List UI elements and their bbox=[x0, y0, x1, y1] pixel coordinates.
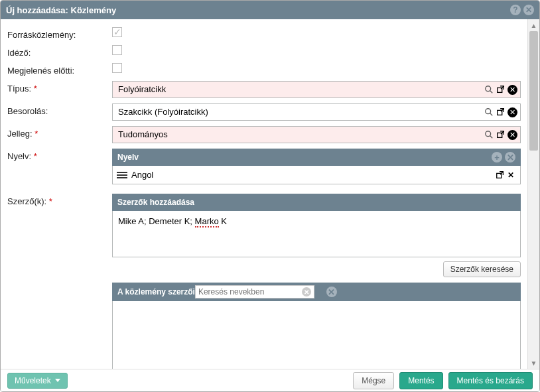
authors-search-box[interactable]: ✕ bbox=[195, 285, 314, 298]
authors-add-header: Szerzők hozzáadása bbox=[112, 194, 521, 211]
authors-text-2: Marko bbox=[195, 216, 219, 228]
dialog-window: Új hozzáadása: Közlemény ? ✕ Forrásközle… bbox=[0, 0, 540, 392]
svg-line-1 bbox=[490, 91, 493, 94]
search-icon[interactable] bbox=[484, 84, 494, 95]
lookup-category[interactable]: Szakcikk (Folyóiratcikk) ✕ bbox=[112, 103, 521, 121]
authors-text-1: Mike A; Demeter K; bbox=[118, 216, 195, 226]
required-marker: * bbox=[34, 129, 38, 139]
remove-item-icon[interactable]: ✕ bbox=[506, 170, 516, 180]
lang-row[interactable]: Angol ✕ bbox=[112, 166, 521, 184]
authors-search-input[interactable] bbox=[198, 287, 302, 296]
close-dialog-icon[interactable]: ✕ bbox=[523, 5, 534, 15]
row-jelleg: Jelleg: * Tudományos ✕ bbox=[7, 126, 521, 143]
search-authors-button[interactable]: Szerzők keresése bbox=[443, 261, 521, 277]
cancel-button[interactable]: Mégse bbox=[353, 372, 394, 389]
svg-point-0 bbox=[486, 86, 491, 92]
popout-icon[interactable] bbox=[496, 107, 506, 117]
scroll-down-arrow-icon[interactable]: ▼ bbox=[528, 357, 539, 369]
clear-icon[interactable]: ✕ bbox=[507, 130, 517, 140]
close-authors-list-icon[interactable]: ✕ bbox=[326, 287, 337, 297]
lookup-jelleg-value: Tudományos bbox=[113, 127, 484, 143]
authors-textbox[interactable]: Mike A; Demeter K; Marko K bbox=[112, 211, 521, 257]
remove-lang-icon[interactable]: ✕ bbox=[505, 152, 515, 163]
checkbox-source[interactable] bbox=[112, 27, 122, 37]
lookup-jelleg[interactable]: Tudományos ✕ bbox=[112, 126, 521, 143]
drag-handle-icon[interactable] bbox=[117, 172, 127, 178]
required-marker: * bbox=[34, 84, 37, 94]
nyelv-section-header: Nyelv + ✕ bbox=[112, 149, 521, 166]
row-prepub: Megjelenés előtti: bbox=[7, 63, 521, 76]
lookup-category-value: Szakcikk (Folyóiratcikk) bbox=[113, 104, 484, 120]
dialog-titlebar: Új hozzáadása: Közlemény ? ✕ bbox=[1, 1, 539, 19]
svg-line-9 bbox=[490, 136, 493, 139]
label-source: Forrásközlemény: bbox=[7, 27, 112, 40]
checkbox-idezo[interactable] bbox=[112, 45, 122, 55]
lookup-type[interactable]: Folyóiratcikk ✕ bbox=[112, 81, 521, 98]
svg-point-8 bbox=[486, 131, 491, 137]
content-area: Forrásközlemény: Idéző: Megjelenés előtt… bbox=[1, 19, 539, 369]
help-icon[interactable]: ? bbox=[510, 5, 521, 15]
popout-icon[interactable] bbox=[496, 129, 506, 140]
dialog-footer: Műveletek Mégse Mentés Mentés és bezárás bbox=[1, 369, 539, 391]
label-idezo: Idéző: bbox=[7, 45, 112, 58]
popout-icon[interactable] bbox=[495, 170, 506, 180]
row-category: Besorolás: Szakcikk (Folyóiratcikk) ✕ bbox=[7, 103, 521, 121]
dialog-title: Új hozzáadása: Közlemény bbox=[6, 5, 116, 15]
label-category: Besorolás: bbox=[7, 103, 112, 116]
label-type: Típus: bbox=[7, 84, 31, 94]
label-prepub: Megjelenés előtti: bbox=[7, 63, 112, 76]
authors-list-area bbox=[112, 301, 521, 369]
clear-search-icon[interactable]: ✕ bbox=[302, 287, 311, 296]
chevron-down-icon bbox=[55, 379, 60, 382]
nyelv-header-text: Nyelv bbox=[117, 153, 139, 162]
scrollbar-thumb[interactable] bbox=[529, 31, 538, 151]
operations-label: Műveletek bbox=[15, 376, 51, 385]
operations-dropdown[interactable]: Műveletek bbox=[7, 373, 68, 389]
svg-line-5 bbox=[490, 113, 493, 116]
vertical-scrollbar[interactable]: ▲ ▼ bbox=[527, 19, 539, 369]
authors-text-3: K bbox=[219, 216, 227, 226]
checkbox-prepub[interactable] bbox=[112, 63, 122, 73]
row-type: Típus: * Folyóiratcikk ✕ bbox=[7, 81, 521, 98]
row-nyelv: Nyelv: * Nyelv + ✕ Angol ✕ bbox=[7, 149, 521, 184]
svg-point-4 bbox=[486, 109, 491, 114]
required-marker: * bbox=[49, 196, 52, 206]
authors-button-row: Szerzők keresése bbox=[112, 261, 521, 277]
popout-icon[interactable] bbox=[496, 84, 506, 95]
authors-list-header-text: A közlemény szerzői bbox=[117, 287, 195, 296]
save-button[interactable]: Mentés bbox=[399, 372, 442, 389]
authors-list-header: A közlemény szerzői ✕ ✕ bbox=[112, 283, 521, 301]
row-authors: Szerző(k): * Szerzők hozzáadása Mike A; … bbox=[7, 194, 521, 369]
search-icon[interactable] bbox=[484, 107, 494, 117]
scroll-up-arrow-icon[interactable]: ▲ bbox=[528, 19, 539, 31]
clear-icon[interactable]: ✕ bbox=[507, 85, 517, 95]
search-icon[interactable] bbox=[484, 129, 494, 140]
lang-value: Angol bbox=[131, 170, 495, 180]
label-jelleg: Jelleg: bbox=[7, 129, 33, 139]
lookup-type-value: Folyóiratcikk bbox=[113, 82, 484, 98]
required-marker: * bbox=[34, 151, 37, 161]
row-idezo: Idéző: bbox=[7, 45, 521, 58]
save-close-button[interactable]: Mentés és bezárás bbox=[448, 372, 533, 389]
label-authors: Szerző(k): bbox=[7, 196, 46, 206]
clear-icon[interactable]: ✕ bbox=[507, 107, 517, 117]
row-source: Forrásközlemény: bbox=[7, 27, 521, 40]
label-nyelv: Nyelv: bbox=[7, 151, 31, 161]
add-lang-icon[interactable]: + bbox=[492, 152, 502, 163]
form-scrollpane: Forrásközlemény: Idéző: Megjelenés előtt… bbox=[1, 19, 527, 369]
authors-add-header-text: Szerzők hozzáadása bbox=[117, 198, 194, 207]
